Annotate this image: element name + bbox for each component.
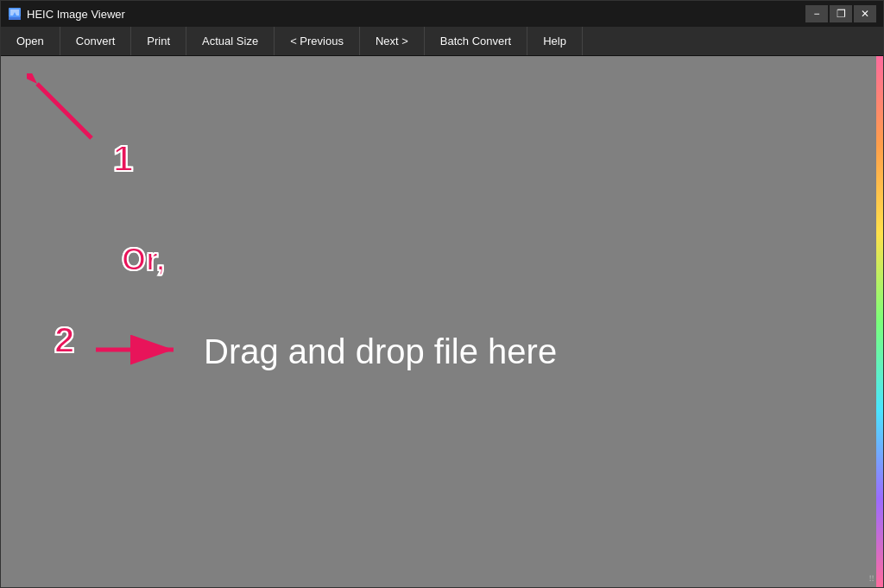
arrow-2 xyxy=(92,328,186,375)
help-button[interactable]: Help xyxy=(527,27,583,55)
svg-rect-1 xyxy=(9,17,21,20)
step-2-label: 2 xyxy=(54,319,74,361)
title-bar-left: HEIC Image Viewer xyxy=(8,7,125,21)
step-1-label: 1 xyxy=(113,138,133,180)
print-button[interactable]: Print xyxy=(131,27,186,55)
convert-button[interactable]: Convert xyxy=(60,27,132,55)
title-bar: HEIC Image Viewer − ❐ ✕ xyxy=(1,1,883,27)
open-button[interactable]: Open xyxy=(1,27,60,55)
close-button[interactable]: ✕ xyxy=(854,5,876,22)
previous-button[interactable]: < Previous xyxy=(275,27,360,55)
arrow-1 xyxy=(27,73,104,155)
batch-convert-button[interactable]: Batch Convert xyxy=(425,27,527,55)
next-button[interactable]: Next > xyxy=(360,27,425,55)
minimize-button[interactable]: − xyxy=(805,5,828,22)
drag-drop-text: Drag and drop file here xyxy=(204,332,557,371)
svg-line-5 xyxy=(37,84,92,138)
resize-handle[interactable]: ⠿ xyxy=(868,574,879,585)
decorative-border xyxy=(876,56,883,587)
main-content[interactable]: 1 Or, 2 Drag and drop file here ⠿ xyxy=(1,56,883,587)
toolbar: Open Convert Print Actual Size < Previou… xyxy=(1,27,883,56)
window-title: HEIC Image Viewer xyxy=(27,8,125,21)
app-window: HEIC Image Viewer − ❐ ✕ Open Convert Pri… xyxy=(0,0,884,588)
actual-size-button[interactable]: Actual Size xyxy=(186,27,275,55)
app-icon xyxy=(8,7,22,21)
title-bar-controls: − ❐ ✕ xyxy=(805,5,876,22)
or-text: Or, xyxy=(122,242,165,278)
restore-button[interactable]: ❐ xyxy=(830,5,852,22)
